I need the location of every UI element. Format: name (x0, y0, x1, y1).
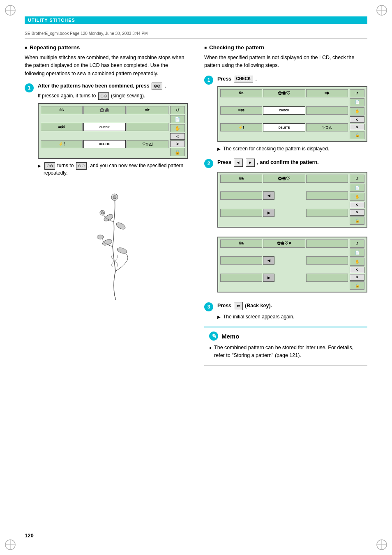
svg-point-14 (103, 213, 114, 222)
lcd-2b-doc: 📄 (350, 249, 364, 257)
lcd-main-right-1: Ñ℞ ✿❀♡ ⌗▶ ≈≋ CHECK ⚡! DELETE ♡⊙△ (220, 89, 348, 139)
right-column: Checking the pattern When the specified … (204, 44, 367, 366)
right-step-2-press: Press ◄ ► , and confirm the pattern. (217, 158, 367, 167)
left-step-1-instruction: After the patterns have been combined, p… (38, 83, 188, 90)
lcd-2b-empty4 (306, 274, 348, 282)
lcd-side-buttons: ↺ 📄 ✋ < > 🔒 (170, 106, 185, 156)
lcd-2a-less: < (350, 202, 364, 208)
memo-box: ✎ Memo The combined pattern can be store… (204, 327, 367, 366)
lcd-cell-right-top: ⌗▶ (127, 106, 168, 114)
lcd-back-btn: ↺ (170, 106, 185, 114)
check-key-button: CHECK (234, 75, 254, 83)
lcd-side-2b: ↺ 📄 ✋ < > 🔒 (350, 240, 364, 290)
lcd-2a-empty3 (220, 209, 262, 217)
memo-title: ✎ Memo (209, 332, 362, 341)
right-step-1-press: Press CHECK . (217, 75, 367, 83)
lcd-doc-btn: 📄 (170, 115, 185, 123)
lcd-2b-left: ◄ (263, 256, 274, 265)
lcd-lock-btn: 🔒 (170, 148, 185, 156)
left-body-text: When multiple stitches are combined, the… (25, 54, 188, 78)
lcd-r1-check: CHECK (263, 106, 305, 115)
lcd-main-area: Ñ℞ ✿❀ ⌗▶ ≈≋ CHECK ⚡! DELETE ♡⊙△| (41, 106, 168, 156)
lcd-2a-lock: 🔒 (350, 216, 364, 225)
lcd-side-right-1: ↺ 📄 ✋ < > 🔒 (350, 89, 364, 139)
lcd-2a-greater: > (350, 209, 364, 216)
lcd-2a-p1: ✿❀♡ (263, 175, 305, 183)
lcd-cell-pattern3: ⚡! (41, 140, 83, 148)
left-step-1-note: If pressed again, it turns to ⊙⊙ (single… (38, 92, 188, 100)
lcd-2a-nr: Ñ℞ (220, 175, 262, 183)
lcd-main-2a: Ñ℞ ✿❀♡ ◄ ► (220, 175, 348, 225)
lcd-r1-greater: > (350, 124, 364, 130)
right-step-3-arrow-note: The initial screen appears again. (217, 313, 367, 320)
single-sew-icon: ⊙⊙ (98, 92, 109, 100)
lcd-2a-empty2 (306, 191, 348, 200)
lcd-btn-check: CHECK (83, 123, 125, 131)
lcd-r1-lock: 🔒 (350, 131, 364, 139)
right-step-3-press: Press ⬅ (Back key). (217, 302, 367, 310)
lcd-2a-back: ↺ (350, 175, 364, 183)
svg-point-21 (101, 212, 104, 214)
lcd-2b-empty (220, 256, 262, 265)
memo-item-1: The combined pattern can be stored for l… (209, 344, 362, 359)
lcd-2b-greater: > (350, 274, 364, 281)
lcd-r1-arrows: ⚡! (220, 123, 262, 131)
step-circle-3-right: 3 (204, 302, 213, 311)
page: UTILITY STITCHES SE-BrotherE_sgml.book P… (0, 0, 392, 555)
lcd-r1-nr: Ñ℞ (220, 89, 262, 97)
turn-icon-from: ⊙⊙ (44, 162, 55, 170)
lcd-step2-panels: Ñ℞ ✿❀♡ ◄ ► ↺ (217, 168, 367, 296)
lcd-r1-p2: ⌗▶ (306, 89, 348, 97)
lcd-btn-delete: DELETE (83, 140, 125, 148)
left-arrow-key: ◄ (234, 159, 243, 167)
svg-point-17 (116, 246, 127, 254)
left-section-title: Repeating patterns (25, 44, 188, 51)
lcd-2b-empty2 (306, 256, 348, 265)
step-circle-2-right: 2 (204, 159, 213, 168)
lcd-screen-right-2b: Ñ℞ ✿❀♡♥ ◄ ► ↺ (217, 237, 367, 292)
lcd-screen-right-1: Ñ℞ ✿❀♡ ⌗▶ ≈≋ CHECK ⚡! DELETE ♡⊙△ ↺ (217, 86, 367, 142)
content-columns: Repeating patterns When multiple stitche… (25, 44, 367, 366)
lcd-2a-empty4 (306, 209, 348, 217)
lcd-2a-doc: 📄 (350, 184, 364, 192)
svg-point-13 (113, 196, 116, 199)
lcd-r1-p3: ≈≋ (220, 106, 262, 115)
lcd-r1-doc: 📄 (350, 98, 364, 106)
section-header: UTILITY STITCHES (25, 16, 367, 24)
lcd-cell-hearts: ♡⊙△| (127, 140, 168, 148)
lcd-cell-nr: Ñ℞ (41, 106, 83, 114)
back-key-button: ⬅ (234, 302, 243, 310)
lcd-side-2a: ↺ 📄 ✋ < > 🔒 (350, 175, 364, 225)
turn-icon-to: ⊙⊙ (76, 162, 87, 170)
svg-point-19 (97, 235, 104, 239)
filename-text: SE-BrotherE_sgml.book Page 120 Monday, J… (25, 31, 148, 36)
step-circle-1-left: 1 (25, 83, 34, 92)
lcd-cell-pattern2: ≈≋ (41, 123, 83, 131)
lcd-2b-right: ► (263, 274, 274, 282)
lcd-2b-back: ↺ (350, 240, 364, 248)
right-step-3-content: Press ⬅ (Back key). The initial screen a… (217, 302, 367, 320)
right-arrow-key: ► (246, 159, 255, 167)
right-body-text: When the specified pattern is not displa… (204, 54, 367, 70)
lcd-r1-empty (306, 106, 348, 115)
lcd-main-2b: Ñ℞ ✿❀♡♥ ◄ ► (220, 240, 348, 290)
lcd-screen-right-2a: Ñ℞ ✿❀♡ ◄ ► ↺ (217, 172, 367, 228)
lcd-2b-less: < (350, 267, 364, 273)
left-step-1: 1 After the patterns have been combined,… (25, 83, 188, 177)
right-section-title: Checking the pattern (204, 44, 367, 51)
left-step-1-arrow-note: ⊙⊙ turns to ⊙⊙, and you can now sew the … (38, 162, 188, 177)
step-circle-1-right: 1 (204, 76, 213, 85)
page-number: 120 (25, 532, 34, 539)
lcd-r1-back: ↺ (350, 89, 364, 97)
lcd-2a-hand: ✋ (350, 193, 364, 201)
memo-icon: ✎ (209, 332, 218, 341)
lcd-2a-left: ◄ (263, 191, 274, 200)
left-column: Repeating patterns When multiple stitche… (25, 44, 188, 366)
lcd-2b-nr: Ñ℞ (220, 240, 262, 248)
lcd-nav-greater: > (170, 140, 185, 147)
lcd-cell-empty1 (127, 123, 168, 131)
lcd-r1-delete: DELETE (263, 123, 305, 131)
file-meta: SE-BrotherE_sgml.book Page 120 Monday, J… (25, 31, 367, 39)
right-step-1: 1 Press CHECK . Ñ℞ ✿❀♡ ⌗▶ ≈≋ (204, 75, 367, 153)
right-step-2-content: Press ◄ ► , and confirm the pattern. Ñ℞ … (217, 158, 367, 296)
